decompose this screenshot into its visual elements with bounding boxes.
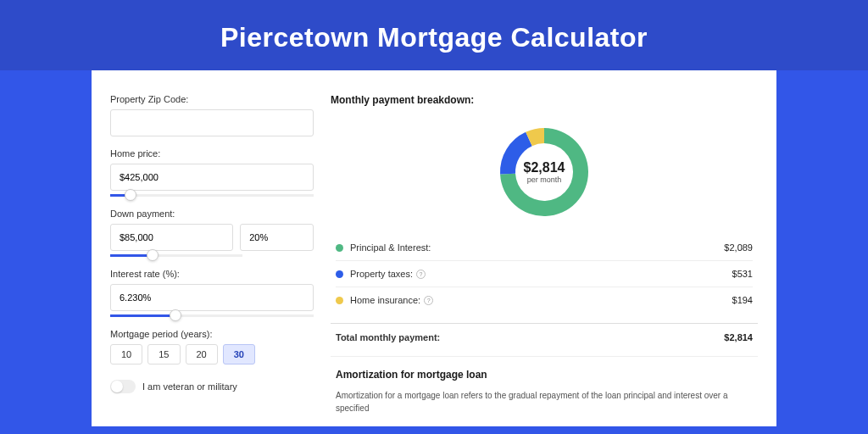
legend-label: Property taxes: ? [350, 269, 732, 279]
total-row: Total monthly payment: $2,814 [331, 323, 758, 351]
veteran-label: I am veteran or military [142, 381, 237, 392]
total-label: Total monthly payment: [336, 332, 724, 342]
veteran-toggle-knob [111, 381, 123, 392]
zip-input[interactable] [110, 109, 314, 136]
rate-slider-fill [110, 314, 175, 317]
amortization-text: Amortization for a mortgage loan refers … [336, 389, 753, 415]
donut-amount: $2,814 [524, 160, 565, 175]
rate-input[interactable] [110, 284, 314, 311]
down-amount-input[interactable] [110, 224, 233, 251]
down-field: Down payment: [110, 209, 314, 257]
period-field: Mortgage period (years): 10152030 [110, 329, 314, 364]
legend-dot [336, 297, 343, 304]
legend-row-1: Property taxes: ?$531 [336, 260, 753, 287]
info-icon[interactable]: ? [424, 296, 433, 305]
rate-field: Interest rate (%): [110, 269, 314, 317]
form-panel: Property Zip Code: Home price: Down paym… [110, 94, 314, 426]
rate-slider[interactable] [110, 314, 314, 317]
price-input[interactable] [110, 164, 314, 191]
legend-row-0: Principal & Interest: $2,089 [336, 235, 753, 260]
period-label: Mortgage period (years): [110, 329, 314, 339]
legend-value: $2,089 [724, 242, 753, 253]
down-slider-thumb[interactable] [147, 249, 159, 261]
veteran-toggle[interactable] [110, 380, 136, 393]
total-value: $2,814 [724, 332, 753, 342]
legend-row-2: Home insurance: ?$194 [336, 287, 753, 313]
period-row: 10152030 [110, 344, 314, 364]
donut-chart: $2,814 per month [493, 121, 595, 223]
info-icon[interactable]: ? [416, 270, 426, 279]
period-btn-20[interactable]: 20 [186, 344, 218, 364]
page-title: Piercetown Mortgage Calculator [0, 22, 868, 53]
breakdown-title: Monthly payment breakdown: [331, 94, 758, 106]
period-btn-15[interactable]: 15 [147, 344, 180, 364]
down-slider[interactable] [110, 254, 242, 257]
price-slider[interactable] [110, 194, 314, 197]
header: Piercetown Mortgage Calculator [0, 0, 868, 70]
calculator-card: Property Zip Code: Home price: Down paym… [92, 70, 776, 426]
zip-label: Property Zip Code: [110, 94, 314, 104]
zip-field: Property Zip Code: [110, 94, 314, 136]
price-label: Home price: [110, 148, 314, 159]
breakdown-panel: Monthly payment breakdown: $2,814 per mo… [331, 94, 758, 426]
legend: Principal & Interest: $2,089Property tax… [331, 235, 758, 323]
legend-dot [336, 244, 343, 252]
legend-value: $531 [732, 269, 753, 279]
period-btn-30[interactable]: 30 [223, 344, 255, 364]
down-pct-input[interactable] [240, 224, 314, 251]
price-field: Home price: [110, 148, 314, 197]
donut-sub: per month [527, 175, 562, 184]
rate-slider-thumb[interactable] [170, 309, 181, 321]
amortization-section: Amortization for mortgage loan Amortizat… [331, 356, 758, 415]
period-btn-10[interactable]: 10 [110, 344, 142, 364]
legend-label: Principal & Interest: [350, 242, 724, 253]
veteran-toggle-row: I am veteran or military [110, 380, 314, 393]
donut-wrap: $2,814 per month [331, 116, 758, 235]
rate-label: Interest rate (%): [110, 269, 314, 279]
donut-center: $2,814 per month [493, 121, 595, 223]
price-slider-thumb[interactable] [125, 189, 136, 201]
legend-dot [336, 270, 343, 278]
amortization-title: Amortization for mortgage loan [336, 369, 753, 381]
legend-label: Home insurance: ? [350, 295, 732, 305]
down-label: Down payment: [110, 209, 314, 219]
legend-value: $194 [732, 295, 753, 305]
